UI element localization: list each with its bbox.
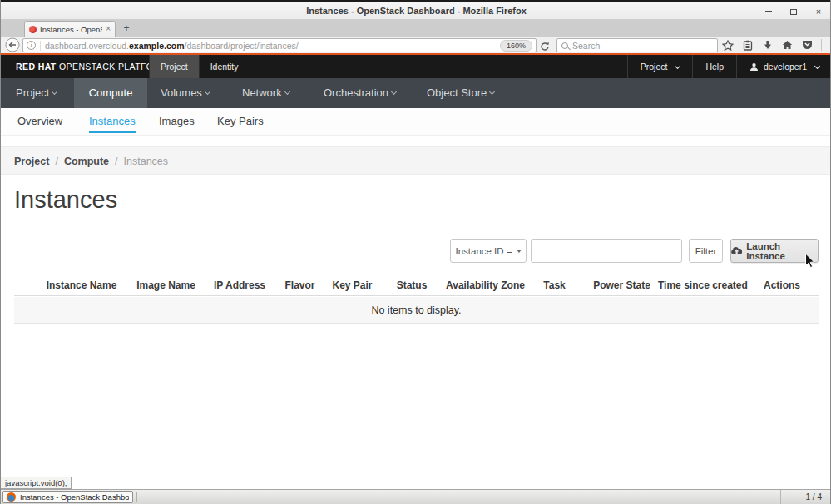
new-tab-button[interactable]: + [120, 22, 133, 34]
column-header[interactable]: Actions [745, 279, 819, 291]
page-title: Instances [14, 186, 117, 214]
search-input[interactable] [572, 40, 713, 51]
column-header[interactable]: IP Address [206, 279, 273, 291]
window-controls: × [762, 2, 825, 22]
reload-icon [540, 42, 550, 52]
column-header[interactable]: Instance Name [14, 279, 126, 291]
breadcrumb-separator: / [115, 156, 117, 167]
filter-field-dropdown[interactable]: Instance ID = [450, 239, 527, 263]
close-icon[interactable]: × [812, 6, 825, 17]
breadcrumb-separator: / [55, 156, 57, 167]
subnav-key-pairs[interactable]: Key Pairs [217, 108, 264, 133]
browser-tab-instances[interactable]: Instances - OpenStac... × [24, 21, 116, 37]
help-link[interactable]: Help [692, 55, 736, 78]
tab-close-icon[interactable]: × [106, 25, 111, 33]
header-tabs: Project Identity [149, 55, 250, 78]
taskbar: Instances - OpenStack Dashboard - ... 1 … [1, 489, 831, 504]
bookmark-star-icon[interactable] [721, 39, 734, 52]
breadcrumb-instances: Instances [124, 156, 169, 167]
subnav-instances[interactable]: Instances [89, 108, 136, 133]
nav-volumes[interactable]: Volumes [161, 78, 210, 108]
search-bar[interactable] [556, 38, 718, 52]
nav-project[interactable]: Project [16, 78, 57, 108]
url-input[interactable]: i dashboard.overcloud.example.com/dashbo… [22, 38, 537, 52]
column-header[interactable]: Image Name [126, 279, 206, 291]
tab-identity[interactable]: Identity [200, 55, 250, 78]
header-right: Project Help developer1 [627, 55, 831, 78]
chevron-down-icon [489, 89, 495, 95]
nav-network[interactable]: Network [242, 78, 289, 108]
firefox-icon [7, 492, 16, 502]
column-header[interactable]: Key Pair [327, 279, 378, 291]
browser-toolbar: i dashboard.overcloud.example.com/dashbo… [1, 37, 831, 54]
nav-orchestration[interactable]: Orchestration [324, 78, 396, 108]
column-header[interactable]: Time since created [658, 279, 745, 291]
column-header[interactable]: Task [523, 279, 586, 291]
chevron-down-icon [675, 62, 680, 68]
minimize-icon[interactable] [762, 6, 775, 17]
table-header-row: Instance Name Image Name IP Address Flav… [14, 274, 819, 296]
subnav-images[interactable]: Images [159, 108, 195, 133]
home-icon[interactable] [781, 39, 794, 52]
tab-bar: Instances - OpenStac... × + [1, 20, 831, 37]
column-header[interactable]: Power State [586, 279, 658, 291]
chevron-down-icon [52, 89, 57, 95]
tab-title: Instances - OpenStac... [40, 25, 102, 34]
filter-button[interactable]: Filter [689, 239, 723, 263]
search-icon [561, 42, 568, 49]
divider [40, 41, 41, 51]
brand-logo[interactable]: RED HAT OPENSTACK PLATFORM [16, 55, 168, 78]
downloads-icon[interactable] [761, 39, 774, 52]
subnav-overview[interactable]: Overview [17, 108, 62, 133]
cloud-upload-icon [731, 246, 742, 255]
divider [821, 39, 822, 51]
column-header[interactable]: Status [378, 279, 446, 291]
breadcrumb: Project/Compute/Instances [14, 147, 168, 175]
zoom-level-badge[interactable]: 160% [500, 40, 532, 52]
window-title: Instances - OpenStack Dashboard - Mozill… [1, 2, 831, 22]
user-icon [749, 62, 759, 72]
table-empty-row: No items to display. [14, 297, 819, 324]
chevron-down-icon [391, 89, 397, 95]
filter-bar: Instance ID = Filter Launch Instance [1, 238, 831, 263]
column-header[interactable]: Flavor [273, 279, 327, 291]
bookmarks-menu-icon[interactable] [741, 39, 754, 52]
chevron-down-icon [284, 89, 290, 95]
status-link-preview: javascript:void(0); [1, 477, 72, 489]
divider [136, 492, 137, 502]
breadcrumb-bar: Project/Compute/Instances [1, 146, 831, 175]
toolbar-icons [721, 37, 831, 53]
column-header[interactable]: Availability Zone [446, 279, 523, 291]
taskbar-window-button[interactable]: Instances - OpenStack Dashboard - ... [2, 491, 133, 503]
maximize-icon[interactable] [787, 6, 800, 17]
openstack-favicon-icon [29, 26, 37, 33]
workspace-pager[interactable]: 1 / 4 [780, 490, 831, 504]
url-text: dashboard.overcloud.example.com/dashboar… [45, 41, 496, 51]
nav-compute[interactable]: Compute [74, 78, 147, 108]
pocket-icon[interactable] [801, 39, 814, 52]
user-menu[interactable]: developer1 [736, 55, 831, 78]
project-menu[interactable]: Project [627, 55, 693, 78]
tab-project[interactable]: Project [149, 55, 200, 78]
chevron-down-icon [205, 89, 210, 95]
brand-header: RED HAT OPENSTACK PLATFORM Project Ident… [1, 55, 831, 78]
chevron-down-icon [814, 62, 820, 68]
nav-object-store[interactable]: Object Store [427, 78, 494, 108]
site-info-icon[interactable]: i [27, 41, 36, 50]
breadcrumb-project[interactable]: Project [14, 156, 49, 167]
filter-query-input[interactable] [531, 239, 682, 263]
window-titlebar: Instances - OpenStack Dashboard - Mozill… [1, 0, 831, 20]
caret-down-icon [517, 250, 522, 253]
back-arrow-icon [5, 37, 20, 52]
desktop: Instances - OpenStack Dashboard - Mozill… [0, 0, 831, 504]
mouse-cursor [804, 253, 816, 273]
sub-nav: Overview Instances Images Key Pairs [1, 108, 831, 136]
main-nav: Project Compute Volumes Network Orchestr… [1, 78, 831, 108]
breadcrumb-compute[interactable]: Compute [64, 156, 109, 167]
